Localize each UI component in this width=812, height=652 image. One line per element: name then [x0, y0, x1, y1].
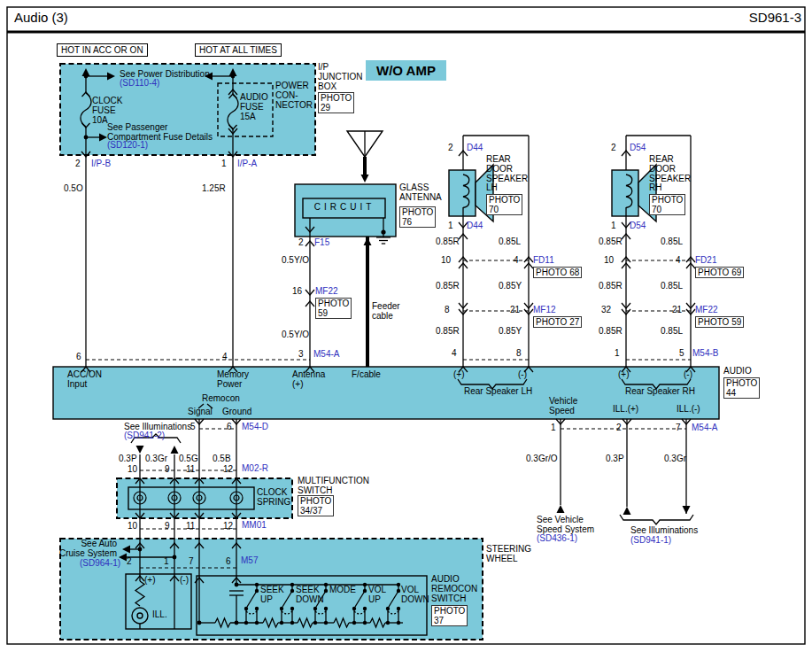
audio-remocon-switch-label: AUDIO REMOCON SWITCH	[431, 575, 477, 603]
pin-label: 10	[128, 522, 137, 532]
ground-label: Ground	[222, 408, 251, 417]
fcable-label: F/cable	[352, 370, 381, 380]
wire-label: 0.85R	[599, 282, 623, 291]
pin-label: 10	[128, 465, 137, 475]
pin-label: 7	[676, 423, 681, 433]
rear-speaker-rh-label: Rear Speaker RH	[625, 387, 695, 397]
pin-label: 16	[292, 287, 302, 297]
pin-label: 5	[679, 349, 684, 359]
speaker-lh-name: REAR DOOR SPEAKER LH	[486, 155, 528, 193]
pin-label: 1	[164, 557, 169, 567]
wire-label: 0.5B	[213, 454, 231, 464]
pin-label: 6	[227, 423, 232, 432]
audio-unit-name: AUDIO	[723, 367, 752, 376]
pin-label: 2	[127, 557, 132, 567]
see-vehicle-speed-label: See Vehicle Speed System	[537, 516, 594, 535]
wire-label: 0.3P	[119, 454, 137, 464]
pin-label: 10	[604, 256, 614, 266]
photo-44-box: PHOTO 44	[723, 377, 760, 399]
plus-label: (+)	[144, 576, 156, 586]
see-illuminations-ref: (SD941-2)	[124, 431, 165, 441]
connector-label: MF22	[695, 306, 718, 315]
photo-70-box: PHOTO 70	[486, 194, 522, 215]
photo-69-box: PHOTO 69	[695, 267, 744, 278]
pin-label: 12	[223, 522, 233, 532]
connector-label: M54-D	[242, 423, 268, 432]
antenna-graphics	[305, 131, 391, 367]
lower-right-graphics	[557, 419, 694, 524]
page-title: Audio (3)	[14, 10, 68, 25]
pin-label: 1	[448, 221, 453, 231]
wire-label: 0.85Y	[499, 327, 522, 337]
wire-label: 0.5Y/O	[282, 256, 309, 266]
wire-label: 0.85Y	[499, 282, 522, 291]
wo-amp-badge: W/O AMP	[366, 60, 446, 81]
pin-label: 2	[448, 144, 453, 153]
pin-label: 3	[298, 350, 304, 360]
pin-label: 6	[76, 353, 81, 362]
wire-label: 0.85R	[599, 327, 623, 337]
pin-label: 21	[510, 306, 520, 315]
photo-37-box: PHOTO 37	[431, 605, 468, 626]
power-connector-label: POWER CON- NECTOR	[275, 82, 313, 110]
seek-down-label: SEEK DOWN	[296, 586, 324, 605]
wire-label: 0.85L	[661, 327, 683, 337]
pin-label: 9	[165, 522, 170, 532]
connector-label: MM01	[242, 521, 267, 531]
wire-label: 0.5G	[179, 454, 198, 464]
ip-junction-label: I/P JUNCTION BOX	[318, 63, 363, 91]
connector-label: FD11	[533, 256, 554, 266]
see-vehicle-speed-ref: (SD436-1)	[537, 534, 577, 544]
remocon-label: Remocon	[202, 394, 240, 404]
connector-label: M02-R	[242, 464, 268, 474]
pin-label: 7	[189, 557, 194, 567]
pin-label: 4	[222, 353, 228, 362]
photo-76-box: PHOTO 76	[399, 206, 436, 228]
clock-spring-label: CLOCK SPRING	[257, 488, 290, 508]
pin-label: 32	[601, 306, 611, 315]
speaker-rh-name: REAR DOOR SPEAKER RH	[649, 155, 691, 193]
pin-label: 9	[165, 465, 170, 475]
pin-label: 12	[223, 465, 233, 475]
antenna-plus-label: Antenna (+)	[292, 370, 325, 390]
pin-label: 1	[615, 349, 620, 359]
signal-label: Signal	[188, 408, 213, 417]
wire-label: 0.3Gr	[145, 454, 167, 464]
connector-label: D54	[630, 221, 646, 231]
wire-label: 0.3Gr	[664, 454, 686, 464]
wire-label: 0.85R	[436, 282, 460, 291]
ill-plus-label: ILL.(+)	[613, 405, 638, 415]
pin-label: 6	[226, 557, 231, 567]
pin-label: 4	[676, 256, 681, 266]
pin-label: 11	[186, 465, 195, 475]
see-illuminations-ref: (SD941-1)	[630, 536, 671, 546]
pin-label: 5	[190, 423, 196, 432]
vol-down-label: VOL DOWN	[401, 586, 429, 605]
pin-label: 8	[445, 306, 450, 315]
lh-minus-label: (-)	[518, 370, 527, 380]
wire-label: 0.3P	[606, 454, 624, 464]
pin-label: 8	[516, 349, 522, 359]
ill-minus-label: ILL.(-)	[677, 405, 700, 415]
connector-label: D44	[467, 221, 483, 231]
acc-on-input-label: ACC/ON Input	[67, 370, 102, 390]
connector-label: M57	[241, 556, 258, 566]
connector-label: M54-A	[313, 350, 339, 360]
seek-up-label: SEEK UP	[260, 586, 284, 605]
feeder-cable-label: Feeder cable	[372, 302, 400, 322]
photo-70-box: PHOTO 70	[649, 194, 685, 215]
pin-label: 10	[441, 256, 451, 266]
ill-label: ILL.	[152, 610, 167, 620]
rh-plus-label: (+)	[618, 370, 630, 380]
see-auto-cruise-label: See Auto Cruise System	[53, 539, 117, 559]
photo-29-box: PHOTO 29	[318, 92, 354, 113]
connector-label: I/P-B	[91, 159, 111, 169]
minus-label: (-)	[180, 576, 189, 586]
pin-label: 1	[221, 159, 227, 169]
see-passenger-ref: (SD120-1)	[107, 141, 148, 151]
wire-label: 0.85R	[436, 237, 460, 247]
wire-label: 0.3Gr/O	[526, 454, 558, 464]
rear-speaker-lh-label: Rear Speaker LH	[464, 387, 532, 397]
wire-label: 0.85L	[661, 282, 683, 291]
wire-label: 0.5O	[64, 184, 83, 194]
